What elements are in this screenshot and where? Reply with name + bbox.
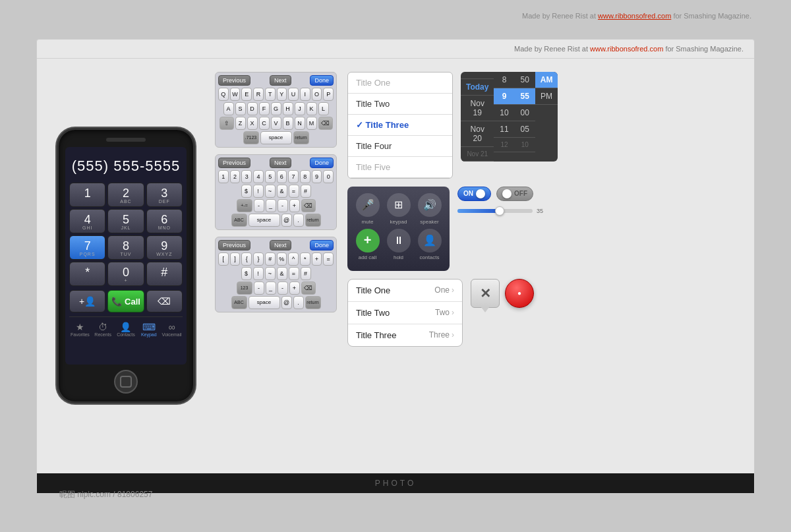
key-dlr2[interactable]: $: [241, 267, 252, 280]
key-8[interactable]: 8TUV: [107, 235, 144, 260]
key-under[interactable]: _: [266, 199, 276, 212]
key-rcb[interactable]: }: [253, 252, 264, 266]
key-ret2[interactable]: return: [305, 214, 321, 227]
key-z[interactable]: Z: [235, 117, 246, 130]
settings-row-2[interactable]: Title Two Two ›: [348, 302, 462, 324]
kb2-done[interactable]: Done: [310, 158, 334, 168]
list-item-3[interactable]: ✓ Title Three: [348, 115, 452, 136]
key-g[interactable]: G: [271, 102, 281, 115]
key-n1[interactable]: 1: [218, 170, 229, 183]
key-excl[interactable]: !: [253, 185, 264, 198]
add-call-button[interactable]: + add call: [354, 229, 381, 260]
key-t[interactable]: T: [265, 88, 276, 101]
key-n6[interactable]: 6: [277, 170, 287, 183]
key-w[interactable]: W: [230, 88, 241, 101]
iphone-home-button[interactable]: [114, 370, 138, 394]
key-pl3[interactable]: +: [289, 281, 300, 295]
key-n5[interactable]: 5: [265, 170, 276, 183]
key-bs2[interactable]: ⌫: [301, 199, 316, 212]
key-ex2[interactable]: !: [253, 267, 264, 280]
kb2-prev[interactable]: Previous: [218, 158, 250, 168]
dp-m55[interactable]: 55: [515, 88, 535, 105]
key-c[interactable]: C: [259, 117, 270, 130]
key-h[interactable]: H: [283, 102, 293, 115]
key-hash3[interactable]: #: [265, 252, 276, 266]
kb3-prev[interactable]: Previous: [218, 240, 250, 251]
kb3-next[interactable]: Next: [270, 240, 291, 251]
key-2[interactable]: 2ABC: [107, 183, 144, 207]
key-hash[interactable]: #: [146, 262, 183, 286]
key-sp3[interactable]: space: [249, 296, 280, 309]
kb2-next[interactable]: Next: [270, 158, 291, 168]
key-1[interactable]: 1: [69, 183, 105, 207]
key-return[interactable]: return: [293, 131, 309, 144]
nav-recents[interactable]: ⏱Recents: [92, 320, 114, 339]
key-shift[interactable]: ⇧: [220, 117, 234, 130]
contacts-button[interactable]: 👤 contacts: [416, 229, 443, 260]
key-at[interactable]: @: [281, 214, 292, 227]
key-eq2[interactable]: =: [323, 252, 334, 266]
key-pct[interactable]: %: [277, 252, 287, 266]
nav-keypad[interactable]: ⌨Keypad: [138, 320, 160, 339]
dp-h8[interactable]: 8: [494, 72, 514, 88]
key-tld2[interactable]: ~: [265, 267, 276, 280]
key-x[interactable]: X: [247, 117, 258, 130]
key-9[interactable]: 9WXYZ: [146, 235, 183, 260]
list-item-5[interactable]: Title Five: [348, 157, 452, 178]
key-b[interactable]: B: [283, 117, 293, 130]
key-r[interactable]: R: [253, 88, 264, 101]
key-d[interactable]: D: [247, 102, 258, 115]
key-123[interactable]: 123: [237, 281, 252, 295]
call-button[interactable]: 📞 Call: [107, 290, 144, 312]
settings-row-1[interactable]: Title One One ›: [348, 280, 462, 302]
card-credit-link[interactable]: www.ribbonsofred.com: [590, 45, 663, 53]
key-rb[interactable]: ]: [230, 252, 241, 266]
kb1-done[interactable]: Done: [310, 75, 334, 86]
key-lb[interactable]: [: [218, 252, 229, 266]
dp-nov20[interactable]: Nov 20: [461, 121, 494, 147]
key-n3[interactable]: 3: [241, 170, 252, 183]
key-ast[interactable]: *: [300, 252, 310, 266]
dp-h9[interactable]: 9: [494, 88, 514, 105]
dp-m50[interactable]: 50: [515, 72, 535, 88]
kb1-next[interactable]: Next: [270, 75, 291, 86]
key-mn4[interactable]: -: [278, 281, 288, 295]
dp-nov21[interactable]: Nov 21: [461, 147, 494, 162]
key-eq3[interactable]: =: [289, 267, 299, 280]
key-backspace[interactable]: ⌫: [318, 117, 333, 130]
speaker-button[interactable]: 🔊 speaker: [416, 193, 443, 225]
delete-button[interactable]: ⌫: [146, 290, 183, 312]
dp-m00[interactable]: 00: [515, 105, 535, 121]
cut-button[interactable]: ✕: [471, 279, 500, 308]
key-n7[interactable]: 7: [288, 170, 299, 183]
list-item-4[interactable]: Title Four: [348, 136, 452, 157]
key-dollar[interactable]: $: [241, 185, 252, 198]
dp-h10[interactable]: 10: [494, 105, 514, 121]
key-at3[interactable]: @: [281, 296, 292, 309]
key-s[interactable]: S: [235, 102, 246, 115]
slider-track[interactable]: [457, 209, 533, 213]
key-a[interactable]: A: [223, 102, 234, 115]
key-6[interactable]: 6MNO: [146, 209, 183, 233]
key-minus2[interactable]: -: [278, 199, 288, 212]
kb3-done[interactable]: Done: [310, 240, 334, 251]
key-o[interactable]: O: [312, 88, 322, 101]
key-p[interactable]: P: [323, 88, 334, 101]
nav-voicemail[interactable]: ∞Voicemail: [161, 320, 183, 339]
key-q[interactable]: Q: [218, 88, 229, 101]
key-am2[interactable]: &: [277, 267, 287, 280]
kb1-prev[interactable]: Previous: [218, 75, 250, 86]
key-5[interactable]: 5JKL: [107, 209, 144, 233]
key-m[interactable]: M: [307, 117, 317, 130]
list-item-1[interactable]: Title One: [348, 73, 452, 94]
key-tilde[interactable]: ~: [265, 185, 276, 198]
key-hash2[interactable]: #: [301, 185, 311, 198]
key-abc3[interactable]: ABC: [231, 296, 247, 309]
dp-pm[interactable]: PM: [535, 88, 558, 105]
nav-favorites[interactable]: ★Favorites: [69, 320, 91, 339]
key-i[interactable]: I: [300, 88, 310, 101]
key-mn3[interactable]: -: [254, 281, 264, 295]
key-eq[interactable]: =: [289, 185, 299, 198]
key-n8[interactable]: 8: [300, 170, 310, 183]
key-un2[interactable]: _: [266, 281, 276, 295]
